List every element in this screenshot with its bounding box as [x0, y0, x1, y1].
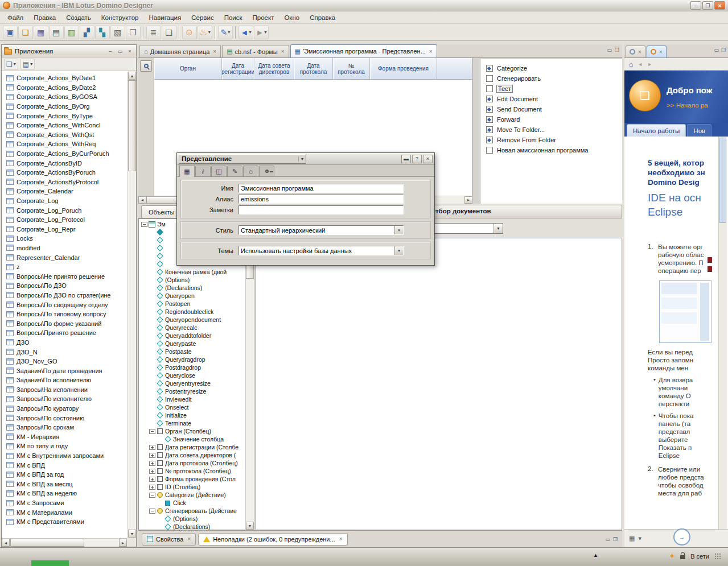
toolbar-separator[interactable] [179, 26, 180, 39]
object-tree-item[interactable]: Postentryresize [139, 387, 245, 395]
object-tree-item[interactable]: Конечная рамка (двой [139, 268, 245, 276]
view-tree-item[interactable]: Corporate_Actions_WithQst [2, 130, 127, 140]
tree-expander-icon[interactable] [149, 278, 155, 283]
new-application-icon[interactable]: ▣ [3, 26, 18, 39]
view-tree-item[interactable]: Locks [2, 234, 127, 243]
view-tree-item[interactable]: Задания\По дате проведения [2, 366, 127, 375]
object-tree-item[interactable]: Inviewedit [139, 395, 245, 403]
close-tab-icon[interactable]: × [187, 536, 191, 542]
navigate-back-icon[interactable]: ◄▾ [238, 26, 253, 39]
object-type-selector[interactable]: Представление ▾ [179, 154, 306, 164]
tree-expander-icon[interactable] [157, 517, 163, 522]
minimize-panel-icon[interactable]: ▭ [714, 47, 719, 53]
close-tab-icon[interactable]: × [339, 536, 343, 542]
menu-item[interactable]: Создать [61, 11, 96, 24]
view-tree-item[interactable]: Corporate_Actions_ByGOSA [2, 92, 127, 102]
action-checkbox[interactable] [486, 147, 493, 154]
scrollbar-thumb[interactable] [128, 80, 136, 171]
view-tree-item[interactable]: Corporate_Actions_ByDate1 [2, 73, 127, 83]
frameset-icon[interactable]: ❐ [126, 26, 141, 39]
open-application-icon[interactable]: ❏ [18, 26, 33, 39]
object-tree-item[interactable]: Querypaste [139, 340, 245, 348]
page-icon[interactable]: ▧ [110, 26, 125, 39]
close-tab-icon[interactable]: × [638, 49, 641, 55]
object-tree-item[interactable]: Сгенерировать (Действие [139, 507, 245, 515]
menu-item[interactable]: Правка [28, 11, 61, 24]
chevron-down-icon[interactable]: ▾ [394, 246, 403, 255]
window-maximize-button[interactable]: ❐ [702, 1, 713, 10]
editor-tab[interactable]: ⌂ Домашняя страница × [139, 45, 221, 57]
help-button[interactable]: ? [412, 155, 422, 163]
chevron-down-icon[interactable]: ▾ [394, 226, 403, 234]
view-tree-item[interactable]: Вопросы\Не принято решение [2, 271, 127, 281]
info-tab[interactable]: i [195, 166, 211, 176]
object-tree-item[interactable]: Postopen [139, 300, 245, 308]
object-tree-item[interactable]: Querydragdrop [139, 356, 245, 363]
advanced-tab[interactable]: ⌂ [243, 166, 258, 176]
tree-expander-icon[interactable] [149, 421, 155, 426]
form-icon[interactable]: ▥ [64, 26, 79, 39]
basics-tab[interactable]: ▦ [179, 165, 195, 177]
welcome-scrollbar[interactable] [718, 137, 727, 529]
tree-expander-icon[interactable] [149, 389, 155, 394]
chart-icon[interactable]: ▞ [80, 26, 94, 39]
object-tree-item[interactable]: Дата совета директоров ( [139, 451, 245, 459]
view-tree-item[interactable]: КМ с Представителями [2, 517, 127, 527]
object-tree-item[interactable]: Queryaddtofolder [139, 332, 245, 340]
object-tree-item[interactable]: Queryrecalc [139, 324, 245, 332]
back-icon[interactable]: ◄ [637, 61, 643, 67]
panel-minimize-button[interactable]: – [106, 47, 114, 55]
object-tree-item[interactable]: Terminate [139, 419, 245, 427]
object-tree-item[interactable]: (Declarations) [139, 284, 245, 292]
object-tree-item[interactable]: Queryopen [139, 292, 245, 300]
view-tree-item[interactable]: Corporate_Actions_WithReq [2, 139, 127, 149]
collapse-dialog-button[interactable]: ▬ [401, 155, 411, 163]
tree-expander-icon[interactable] [149, 325, 155, 330]
view-tree-item[interactable]: modified [2, 243, 127, 253]
action-item[interactable]: Move To Folder... [480, 125, 622, 135]
whats-new-tab[interactable]: Нов [687, 124, 711, 137]
tree-expander-icon[interactable] [149, 333, 155, 338]
style-tab[interactable]: ◫ [211, 166, 227, 176]
welcome-view-tab[interactable]: × [647, 46, 667, 57]
tree-expander-icon[interactable] [149, 509, 155, 514]
object-tree-item[interactable]: Дата протокола (Столбец) [139, 459, 245, 467]
design-icon[interactable]: ✎▾ [218, 26, 233, 39]
tree-expander-icon[interactable] [157, 501, 163, 506]
action-item[interactable]: Categorize [480, 63, 622, 73]
action-item[interactable]: Сгенерировать [480, 73, 622, 84]
name-input[interactable] [238, 184, 404, 193]
view-tree-item[interactable]: Запросы\По срокам [2, 423, 127, 432]
maximize-panel-icon[interactable]: ❐ [613, 536, 618, 542]
action-checkbox[interactable] [486, 116, 493, 123]
menu-item[interactable]: Проект [248, 11, 279, 24]
tree-expander-icon[interactable] [149, 453, 155, 458]
window-minimize-button[interactable]: – [690, 1, 701, 10]
view-tree-item[interactable]: КМ с ВПД за неделю [2, 489, 127, 498]
scroll-up-icon[interactable]: ▲ [128, 72, 136, 80]
tree-expander-icon[interactable] [149, 254, 155, 259]
tree-expander-icon[interactable] [149, 469, 155, 474]
action-item[interactable]: Remove From Folder [480, 135, 622, 145]
tree-expander-icon[interactable] [149, 262, 155, 267]
view-tree-item[interactable]: Corporate_ActionsByID [2, 158, 127, 168]
view-tree-item[interactable]: Вопросы\По типовому вопросу [2, 309, 127, 319]
scroll-right-icon[interactable]: ► [119, 539, 127, 547]
chevron-down-icon[interactable]: ▼ [493, 224, 503, 233]
window-close-button[interactable]: × [714, 1, 725, 10]
properties-tab[interactable]: Свойства × [142, 533, 196, 546]
object-tree-item[interactable]: (Options) [139, 276, 245, 284]
tree-expander-icon[interactable] [149, 397, 155, 402]
view-tree-item[interactable]: Corporate_Log_Protocol [2, 215, 127, 225]
view-tree-item[interactable]: Corporate_Actions_ByCurPoruch [2, 149, 127, 159]
view-tree-item[interactable]: КМ по типу и году [2, 441, 127, 451]
print-icon[interactable]: ≣ [146, 26, 161, 39]
tree-expander-icon[interactable] [149, 405, 155, 410]
action-item[interactable]: Edit Document [480, 94, 622, 104]
go-to-workbench-button[interactable]: → [673, 528, 690, 546]
tree-expander-icon[interactable] [149, 485, 155, 490]
panel-maximize-button[interactable]: ▭ [116, 47, 124, 55]
object-tree-item[interactable]: Regiondoubleclick [139, 308, 245, 316]
problems-tab[interactable]: Неполадки (2 ошибок, 0 предупреждени... … [198, 533, 347, 546]
resize-grip[interactable] [714, 553, 721, 560]
